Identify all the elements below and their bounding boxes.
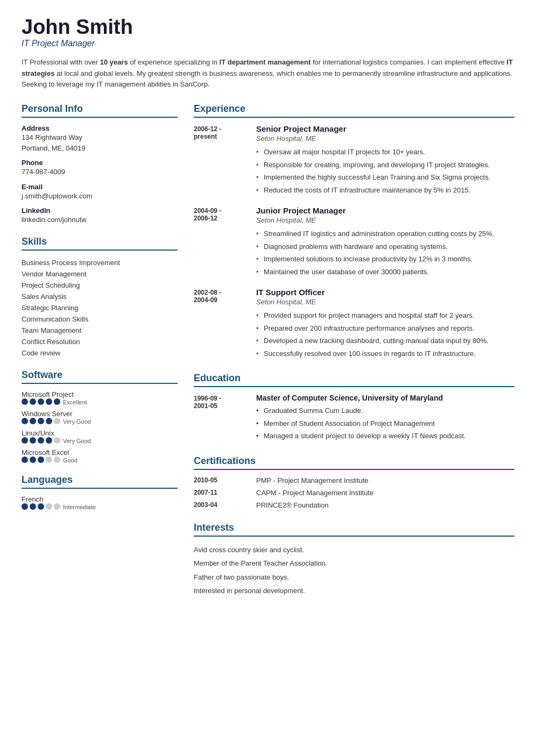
edu-degree: Master of Computer Science, University o… (256, 394, 514, 402)
full-name: John Smith (22, 16, 514, 39)
software-item-microsoft-excel: Microsoft Excel Good (22, 448, 178, 463)
cert-name: PMP - Project Management Institute (256, 476, 369, 484)
cert-entry-pmp: 2010-05 PMP - Project Management Institu… (194, 476, 514, 484)
dot-filled (46, 418, 52, 424)
skill-item: Project Scheduling (22, 280, 178, 291)
exp-entry-it-support: 2002-08 - 2004-09 IT Support Officer Set… (194, 288, 514, 360)
cert-date: 2007-11 (194, 489, 248, 497)
dot-empty (54, 457, 60, 463)
dot-empty (54, 418, 60, 424)
dot-filled (30, 437, 36, 444)
exp-bullets: Provided support for project managers an… (256, 309, 514, 360)
dot-filled (22, 503, 28, 510)
dot-filled (30, 398, 36, 405)
dot-empty (54, 437, 60, 444)
interest-item: Avid cross country skier and cyclist. (194, 543, 514, 557)
exp-company: Seton Hospital, ME (256, 298, 514, 306)
edu-dates: 1996-09 - 2001-05 (194, 394, 248, 443)
exp-dates: 2004-09 - 2006-12 (194, 206, 248, 278)
dot-filled (22, 418, 28, 424)
exp-bullet: Implemented solutions to increase produc… (256, 253, 514, 266)
right-column: Experience 2006-12 - present Senior Proj… (194, 103, 514, 603)
skill-item: Vendor Management (22, 268, 178, 280)
experience-title: Experience (194, 103, 514, 118)
skill-item: Sales Analysis (22, 291, 178, 302)
skill-item: Conflict Resolution (22, 336, 178, 347)
dot-filled (30, 503, 36, 510)
interests-section: Interests Avid cross country skier and c… (194, 522, 514, 598)
education-title: Education (194, 373, 514, 387)
exp-bullet: Implemented the highly successful Lean T… (256, 171, 514, 184)
exp-bullets: Streamlined IT logistics and administrat… (256, 227, 514, 278)
personal-info-title: Personal Info (22, 103, 178, 118)
software-item-microsoft-project: Microsoft Project Excellent (22, 390, 178, 405)
cert-date: 2010-05 (194, 476, 248, 484)
edu-bullet: Member of Student Association of Project… (256, 417, 514, 430)
exp-bullet: Provided support for project managers an… (256, 309, 514, 322)
exp-job-title: Senior Project Manager (256, 124, 514, 133)
linkedin-value: linkedin.com/johnutw (22, 215, 178, 225)
dot-empty (46, 457, 52, 463)
address-line1: 134 Rightward Way (22, 132, 178, 143)
linkedin-label: LinkedIn (22, 206, 178, 215)
experience-section: Experience 2006-12 - present Senior Proj… (194, 103, 514, 360)
interest-item: Father of two passionate boys. (194, 570, 514, 584)
dot-filled (46, 398, 52, 405)
dot-filled (22, 437, 28, 444)
cert-entry-prince2: 2003-04 PRINCE2® Foundation (194, 501, 514, 509)
dot-filled (38, 437, 44, 444)
edu-entry-masters: 1996-09 - 2001-05 Master of Computer Sci… (194, 394, 514, 443)
exp-bullet: Streamlined IT logistics and administrat… (256, 227, 514, 240)
job-title: IT Project Manager (22, 39, 514, 48)
languages-section: Languages French Intermediate (22, 474, 178, 510)
skill-item: Strategic Planning (22, 302, 178, 313)
personal-info-section: Personal Info Address 134 Rightward Way … (22, 103, 178, 225)
skill-item: Team Management (22, 325, 178, 336)
exp-company: Seton Hospital, ME (256, 216, 514, 224)
email-label: E-mail (22, 183, 178, 191)
cert-name: PRINCE2® Foundation (256, 501, 329, 509)
edu-bullet: Managed a student project to develop a w… (256, 430, 514, 443)
address-line2: Portland, ME, 04019 (22, 143, 178, 154)
exp-job-title: Junior Project Manager (256, 206, 514, 215)
cert-entry-capm: 2007-11 CAPM - Project Management Instit… (194, 489, 514, 497)
certifications-title: Certifications (194, 455, 514, 470)
exp-company: Seton Hospital, ME (256, 134, 514, 142)
exp-bullet: Developed a new tracking dashboard, cutt… (256, 334, 514, 347)
exp-bullets: Oversaw all major hospital IT projects f… (256, 146, 514, 196)
dot-empty (54, 503, 60, 510)
language-item-french: French Intermediate (22, 495, 178, 510)
skills-title: Skills (22, 236, 178, 251)
exp-dates: 2006-12 - present (194, 124, 248, 196)
exp-bullet: Successfully resolved over 100 issues in… (256, 347, 514, 360)
edu-bullets: Graduated Summa Cum Laude. Member of Stu… (256, 404, 514, 443)
dot-filled (30, 418, 36, 424)
dot-filled (54, 398, 60, 405)
interests-title: Interests (194, 522, 514, 537)
summary: IT Professional with over 10 years of ex… (22, 57, 514, 90)
software-title: Software (22, 369, 178, 384)
cert-name: CAPM - Project Management Institute (256, 489, 373, 497)
dot-filled (46, 437, 52, 444)
address-label: Address (22, 124, 178, 132)
exp-job-title: IT Support Officer (256, 288, 514, 297)
dot-filled (22, 457, 28, 463)
exp-entry-senior-pm: 2006-12 - present Senior Project Manager… (194, 124, 514, 196)
header: John Smith IT Project Manager (22, 16, 514, 48)
interest-item: Interested in personal development. (194, 584, 514, 598)
phone-value: 774-987-4009 (22, 167, 178, 177)
exp-bullet: Maintained the user database of over 300… (256, 266, 514, 279)
education-section: Education 1996-09 - 2001-05 Master of Co… (194, 373, 514, 443)
dot-filled (38, 418, 44, 424)
skill-item: Code review (22, 347, 178, 359)
dot-filled (38, 457, 44, 463)
exp-bullet: Oversaw all major hospital IT projects f… (256, 146, 514, 159)
exp-bullet: Diagnosed problems with hardware and ope… (256, 240, 514, 253)
certifications-section: Certifications 2010-05 PMP - Project Man… (194, 455, 514, 509)
languages-title: Languages (22, 474, 178, 489)
dot-filled (38, 398, 44, 405)
exp-dates: 2002-08 - 2004-09 (194, 288, 248, 360)
phone-label: Phone (22, 159, 178, 167)
dot-filled (30, 457, 36, 463)
software-section: Software Microsoft Project Excellent Win… (22, 369, 178, 463)
